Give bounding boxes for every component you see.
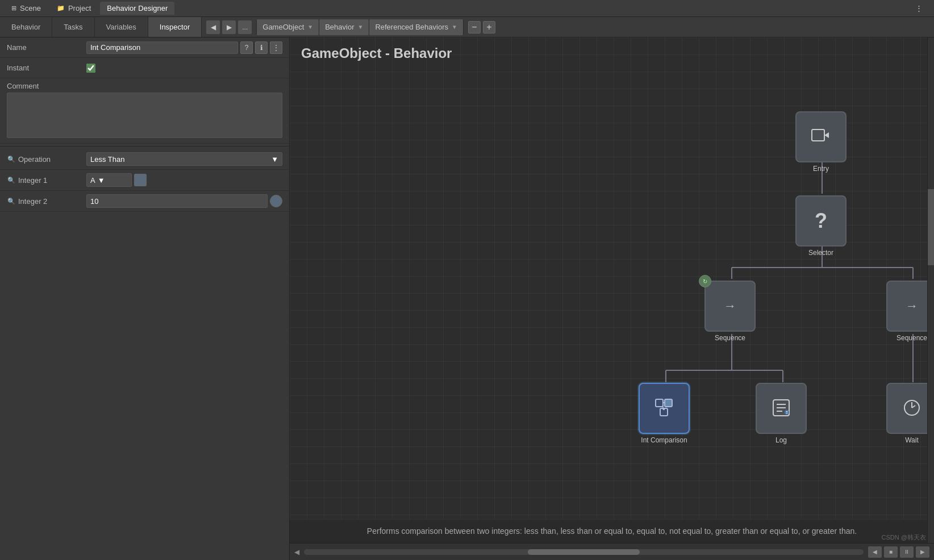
scroll-track[interactable] — [304, 549, 864, 555]
integer2-color-btn[interactable] — [270, 195, 282, 207]
comment-label: Comment — [7, 82, 282, 90]
instant-checkbox[interactable] — [86, 64, 95, 73]
prev-button[interactable]: ◀ — [206, 20, 220, 34]
operation-label: Operation — [18, 155, 51, 164]
inspector-panel: Name ? ℹ ⋮ Instant Comment — [0, 37, 290, 560]
svg-rect-15 — [665, 399, 672, 407]
entry-node[interactable]: Entry — [795, 111, 847, 173]
behavior-designer-tab[interactable]: Behavior Designer — [100, 2, 174, 15]
nav-tab-tasks[interactable]: Tasks — [52, 17, 94, 37]
menu-button[interactable]: ⋮ — [270, 41, 282, 54]
nav-bar: Behavior Tasks Variables Inspector ◀ ▶ .… — [0, 17, 934, 37]
more-nav-button[interactable]: ... — [238, 20, 252, 34]
nav-tab-behavior[interactable]: Behavior — [0, 17, 52, 37]
question-button[interactable]: ? — [240, 41, 253, 54]
log-node-box[interactable] — [756, 383, 807, 434]
integer1-value: A — [90, 176, 95, 185]
description-bar: Performs comparison between two integers… — [290, 519, 934, 543]
pause-button[interactable]: ⏸ — [900, 546, 914, 558]
svg-point-26 — [786, 413, 787, 414]
wait-node-label: Wait — [905, 436, 919, 444]
sequence2-node-label: Sequence — [897, 334, 927, 342]
referenced-behaviors-arrow: ▼ — [452, 24, 457, 30]
play-prev-button[interactable]: ◀ — [868, 546, 882, 558]
entry-node-box[interactable] — [795, 111, 847, 162]
right-scrollbar[interactable] — [927, 37, 934, 543]
selector-icon: ? — [815, 209, 827, 233]
gameobject-label: GameObject — [262, 23, 304, 31]
entry-icon — [811, 125, 831, 149]
operation-dropdown[interactable]: Less Than ▼ — [86, 152, 282, 166]
sequence1-wrapper: ↻ → — [704, 281, 756, 332]
sequence1-node-label: Sequence — [715, 334, 745, 342]
operation-value: Less Than — [90, 155, 124, 164]
int-comparison-icon — [653, 397, 675, 420]
canvas-title: GameObject - Behavior — [301, 45, 452, 61]
scroll-thumb — [528, 549, 640, 555]
instant-label: Instant — [7, 64, 86, 72]
scene-icon: ⊞ — [11, 5, 16, 12]
integer2-input[interactable] — [86, 194, 268, 208]
referenced-behaviors-label: Referenced Behaviors — [375, 23, 448, 31]
project-tab[interactable]: 📁 Project — [50, 2, 98, 15]
sequence1-node-box[interactable]: → — [704, 281, 756, 332]
scene-tab[interactable]: ⊞ Scene — [5, 2, 48, 15]
watermark: CSDN @韩天衣 — [882, 533, 926, 542]
gameobject-dropdown[interactable]: GameObject ▼ — [257, 19, 319, 35]
project-tab-label: Project — [68, 4, 91, 12]
sequence1-arrow-icon: → — [724, 299, 736, 314]
minus-button[interactable]: − — [468, 21, 481, 34]
project-icon: 📁 — [57, 5, 65, 12]
log-icon — [771, 398, 791, 420]
nav-tab-inspector[interactable]: Inspector — [148, 17, 202, 37]
instant-value-container — [86, 64, 282, 73]
behavior-designer-tab-label: Behavior Designer — [107, 4, 168, 12]
comment-textarea[interactable] — [7, 93, 282, 138]
integer2-search-icon: 🔍 — [7, 197, 16, 206]
int-comparison-node[interactable]: Int Comparison — [639, 383, 690, 444]
behavior-label: Behavior — [325, 23, 354, 31]
name-label: Name — [7, 43, 86, 52]
svg-marker-13 — [824, 132, 829, 138]
integer1-color-btn[interactable] — [134, 174, 147, 186]
title-bar: ⊞ Scene 📁 Project Behavior Designer ⋮ — [0, 0, 934, 17]
instant-field: Instant — [0, 58, 289, 78]
referenced-behaviors-dropdown[interactable]: Referenced Behaviors ▼ — [369, 19, 464, 35]
integer2-label-container: 🔍 Integer 2 — [7, 197, 86, 206]
operation-label-container: 🔍 Operation — [7, 154, 86, 164]
int-comparison-node-box[interactable] — [639, 383, 690, 434]
play-next-button[interactable]: ▶ — [916, 546, 929, 558]
nav-tab-variables[interactable]: Variables — [95, 17, 148, 37]
scene-tab-label: Scene — [20, 4, 41, 12]
more-menu-btn[interactable]: ⋮ — [908, 2, 929, 15]
integer2-field: 🔍 Integer 2 — [0, 191, 289, 212]
canvas-area[interactable]: GameObject - Behavior — [290, 37, 934, 560]
plus-button[interactable]: + — [483, 21, 495, 34]
log-node[interactable]: Log — [756, 383, 807, 444]
next-button[interactable]: ▶ — [222, 20, 236, 34]
comment-block: Comment — [0, 78, 289, 144]
bottom-bar: ◀ ◀ ■ ⏸ ▶ — [290, 543, 934, 560]
more-icon: ⋮ — [915, 4, 923, 12]
name-input[interactable] — [86, 41, 238, 54]
behavior-arrow: ▼ — [357, 24, 363, 30]
integer1-value-container: A ▼ — [86, 173, 282, 187]
integer2-label: Integer 2 — [18, 197, 47, 206]
behavior-dropdown[interactable]: Behavior ▼ — [319, 19, 369, 35]
integer1-search-icon: 🔍 — [7, 175, 16, 185]
scroll-left-arrow[interactable]: ◀ — [294, 548, 299, 556]
selector-node-box[interactable]: ? — [795, 195, 847, 246]
integer2-value-container — [86, 194, 282, 208]
info-button[interactable]: ℹ — [255, 41, 268, 54]
integer1-dropdown[interactable]: A ▼ — [86, 173, 132, 187]
sequence2-arrow-icon: → — [906, 299, 918, 314]
stop-button[interactable]: ■ — [884, 546, 898, 558]
operation-search-icon: 🔍 — [7, 154, 16, 164]
operation-dropdown-arrow: ▼ — [271, 155, 278, 164]
log-node-label: Log — [775, 436, 787, 444]
selector-node[interactable]: ? Selector — [795, 195, 847, 257]
integer1-label: Integer 1 — [18, 176, 47, 185]
sequence1-node[interactable]: ↻ → Sequence — [704, 281, 756, 342]
name-field: Name ? ℹ ⋮ — [0, 37, 289, 58]
right-scroll-thumb — [928, 189, 934, 265]
